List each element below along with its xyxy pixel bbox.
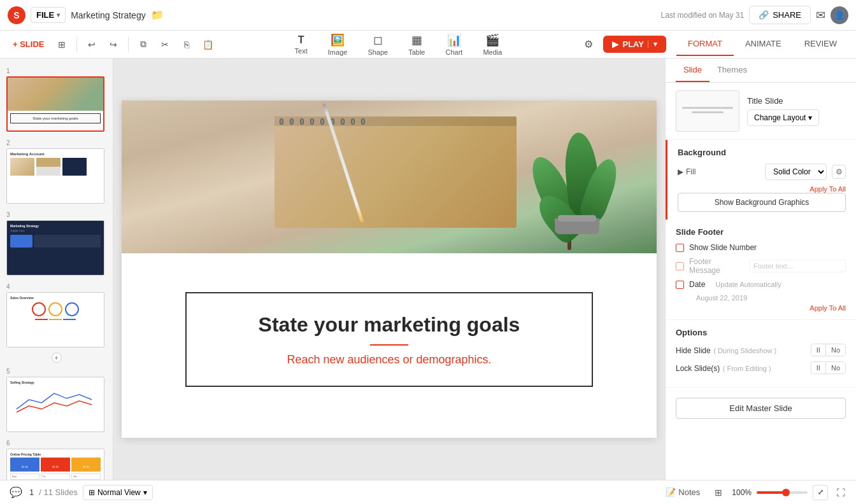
insert-table-button[interactable]: ▦ Table (403, 31, 430, 59)
apply-all-background-link[interactable]: Apply To All (678, 185, 846, 193)
edit-master-slide-button[interactable]: Edit Master Slide (676, 398, 846, 419)
hide-slide-row: Hide Slide ( During Slideshow ) II No (676, 344, 846, 356)
file-chevron-icon: ▾ (57, 11, 60, 18)
slide-preview-2[interactable]: Marketing Account (6, 148, 104, 204)
zoom-slider-container[interactable] (757, 491, 808, 494)
slide-preview-6[interactable]: Online Pricing Table $2.6k $3.6k $2.6k B… (6, 449, 104, 480)
insert-chart-button[interactable]: 📊 Chart (440, 31, 467, 59)
slide-photo-area (122, 101, 657, 253)
insert-text-button[interactable]: T Text (290, 32, 313, 57)
add-slide-after-4[interactable]: + (0, 351, 113, 364)
layout-preview (676, 90, 739, 132)
notes-button[interactable]: 📝 Notes (660, 485, 705, 500)
app-logo: S (8, 6, 25, 24)
slide-subtitle[interactable]: Reach new audiences or demographics. (212, 353, 566, 367)
footer-message-input[interactable] (749, 260, 846, 272)
lock-slide-toggle: II No (811, 361, 846, 374)
media-label: Media (483, 48, 502, 56)
hide-slide-toggle-ii[interactable]: II (811, 344, 826, 356)
tab-themes[interactable]: Themes (710, 59, 755, 82)
lock-slide-toggle-ii[interactable]: II (811, 362, 826, 374)
slide-thumb-5[interactable]: 5 Selling Strategy (0, 364, 113, 436)
change-layout-chevron-icon: ▾ (808, 113, 812, 122)
date-checkbox[interactable] (676, 281, 684, 289)
section-accent-bar (666, 140, 667, 220)
show-background-graphics-button[interactable]: Show Background Graphics (678, 193, 846, 212)
add-slide-button[interactable]: + SLIDE (8, 37, 50, 52)
mail-icon[interactable]: ✉ (816, 8, 825, 22)
bottom-bar: 💬 1 / 11 Slides ⊞ Normal View ▾ 📝 Notes … (0, 480, 856, 504)
slide-preview-1[interactable]: State your marketing goals (6, 76, 104, 132)
tab-slide[interactable]: Slide (676, 59, 710, 82)
lock-slide-row: Lock Slide(s) ( From Editing ) II No (676, 361, 846, 374)
lock-slide-toggle-no[interactable]: No (826, 362, 845, 374)
copy-button[interactable]: ⎘ (177, 36, 196, 53)
hide-slide-sub: ( During Slideshow ) (713, 347, 776, 354)
cut-button[interactable]: ✂ (155, 36, 175, 53)
document-title[interactable]: Marketing Strategy (71, 10, 146, 20)
toolbar-left: + SLIDE ⊞ ↩ ↪ ⧉ ✂ ⎘ 📋 (8, 36, 218, 53)
slide-thumb-4[interactable]: 4 Sales Overview (0, 279, 113, 351)
tab-format[interactable]: FORMAT (676, 32, 734, 56)
slide-thumb-1[interactable]: 1 State your marketing goals (0, 64, 113, 136)
zoom-control: 100% (732, 488, 808, 497)
notes-icon: 📝 (666, 487, 676, 497)
slide-thumb-3[interactable]: 3 Marketing Strategy Subtitle here (0, 207, 113, 279)
media-icon: 🎬 (485, 33, 499, 47)
redo-button[interactable]: ↪ (104, 36, 123, 53)
view-selector-button[interactable]: ⊞ Normal View ▾ (83, 485, 153, 500)
hide-slide-toggle-no[interactable]: No (826, 344, 845, 356)
date-label: Date (689, 280, 705, 289)
slide-content-box[interactable]: State your marketing goals Reach new aud… (185, 292, 593, 387)
show-slide-number-checkbox[interactable] (676, 244, 684, 252)
change-layout-button[interactable]: Change Layout ▾ (747, 109, 819, 126)
layers-button[interactable]: ⧉ (134, 36, 153, 53)
toolbar-right: ⚙ ▶ PLAY ▾ FORMAT ANIMATE REVIEW (579, 32, 848, 56)
undo-button[interactable]: ↩ (82, 36, 101, 53)
options-section: Options Hide Slide ( During Slideshow ) … (666, 320, 856, 388)
slide-main-title[interactable]: State your marketing goals (212, 312, 566, 337)
file-label: FILE (36, 10, 54, 20)
layout-toggle-button[interactable]: ⊞ (52, 36, 71, 53)
slide-preview-4[interactable]: Sales Overview (6, 292, 104, 347)
page-number-total: / 11 Slides (39, 487, 78, 497)
last-modified-text: Last modified on May 31 (660, 11, 744, 20)
tab-review[interactable]: REVIEW (793, 32, 848, 56)
layout-section: Title Slide Change Layout ▾ (666, 83, 856, 140)
avatar[interactable]: 👤 (831, 6, 848, 24)
zoom-fit-button[interactable]: ⤢ (813, 485, 828, 500)
fill-type-select[interactable]: Solid Color (765, 164, 827, 180)
fill-settings-button[interactable]: ⚙ (832, 165, 846, 179)
insert-media-button[interactable]: 🎬 Media (478, 31, 507, 59)
edit-master-section: Edit Master Slide (666, 388, 856, 429)
chart-icon: 📊 (447, 33, 461, 47)
slide-thumb-6[interactable]: 6 Online Pricing Table $2.6k $3.6k $2.6k… (0, 436, 113, 480)
slide-thumb-2[interactable]: 2 Marketing Account (0, 136, 113, 207)
comment-button[interactable]: 💬 (8, 484, 24, 501)
footer-section: Slide Footer Show Slide Number Footer Me… (666, 220, 856, 320)
zoom-slider[interactable] (757, 491, 808, 494)
share-button[interactable]: 🔗 SHARE (749, 6, 811, 24)
present-fullscreen-button[interactable]: ⛶ (833, 485, 848, 500)
shape-icon: ◻ (373, 33, 383, 47)
play-button[interactable]: ▶ PLAY ▾ (603, 36, 666, 53)
paste-button[interactable]: 📋 (199, 36, 218, 53)
tab-animate[interactable]: ANIMATE (734, 32, 793, 56)
footer-section-title: Slide Footer (676, 227, 846, 237)
insert-image-button[interactable]: 🖼️ Image (323, 31, 353, 59)
slide-preview-5[interactable]: Selling Strategy (6, 377, 104, 432)
canvas-area[interactable]: State your marketing goals Reach new aud… (113, 59, 665, 480)
view-label: Normal View (97, 488, 141, 497)
insert-shape-button[interactable]: ◻ Shape (362, 31, 393, 59)
file-menu-button[interactable]: FILE ▾ (31, 7, 66, 23)
grid-button[interactable]: ⊞ (710, 484, 727, 501)
settings-button[interactable]: ⚙ (579, 36, 598, 53)
page-number-current[interactable]: 1 (29, 487, 34, 497)
slide-number-4: 4 (6, 283, 106, 290)
apply-all-footer-link[interactable]: Apply To All (676, 304, 846, 312)
slide-preview-3[interactable]: Marketing Strategy Subtitle here (6, 220, 104, 276)
date-value: August 22, 2019 (696, 294, 846, 302)
slide-canvas[interactable]: State your marketing goals Reach new aud… (122, 101, 657, 438)
footer-message-checkbox[interactable] (676, 262, 684, 270)
fill-label: ▶ Fill (678, 167, 696, 176)
